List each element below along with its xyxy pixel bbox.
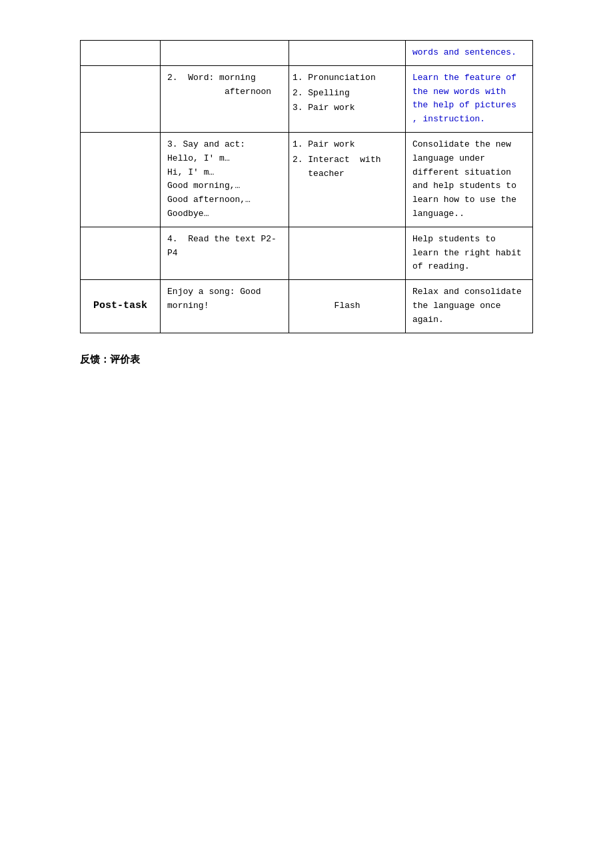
row-label-4 (81, 227, 161, 279)
row-activity-posttask: Flash (289, 280, 406, 333)
row-label-2 (81, 65, 161, 132)
row-purpose-3: Consolidate the new language under diffe… (405, 132, 532, 227)
feedback-label: 反馈：评价表 (80, 353, 533, 366)
list-item: Pair work (308, 138, 398, 152)
table-row: words and sentences. (81, 41, 533, 66)
list-item: Interact with teacher (308, 153, 398, 181)
row-content-posttask: Enjoy a song: Good morning! (161, 280, 289, 333)
row-label-3 (81, 132, 161, 227)
list-item: Pair work (308, 101, 398, 115)
row-content-3: 3. Say and act:Hello, I' m…Hi, I' m…Good… (161, 132, 289, 227)
row-label-posttask: Post-task (81, 280, 161, 333)
row-activity-1 (289, 41, 406, 66)
table-row: 4. Read the text P2-P4 Help students to … (81, 227, 533, 279)
row-purpose-2: Learn the feature of the new words with … (405, 65, 532, 132)
lesson-plan-table: words and sentences. 2. Word: morning af… (80, 40, 533, 333)
row-content-2: 2. Word: morning afternoon (161, 65, 289, 132)
row-activity-3: Pair work Interact with teacher (289, 132, 406, 227)
row-label-1 (81, 41, 161, 66)
row-content-1 (161, 41, 289, 66)
list-item: Pronunciation (308, 71, 398, 85)
table-row: 3. Say and act:Hello, I' m…Hi, I' m…Good… (81, 132, 533, 227)
table-row: 2. Word: morning afternoon Pronunciation… (81, 65, 533, 132)
row-purpose-posttask: Relax and consolidate the language once … (405, 280, 532, 333)
row-purpose-4: Help students to learn the right habit o… (405, 227, 532, 279)
table-row-posttask: Post-task Enjoy a song: Good morning! Fl… (81, 280, 533, 333)
row-content-4: 4. Read the text P2-P4 (161, 227, 289, 279)
list-item: Spelling (308, 87, 398, 101)
activity-list-2: Pronunciation Spelling Pair work (296, 71, 398, 115)
row-purpose-1: words and sentences. (405, 41, 532, 66)
row-activity-4 (289, 227, 406, 279)
activity-list-3: Pair work Interact with teacher (296, 138, 398, 181)
row-activity-2: Pronunciation Spelling Pair work (289, 65, 406, 132)
